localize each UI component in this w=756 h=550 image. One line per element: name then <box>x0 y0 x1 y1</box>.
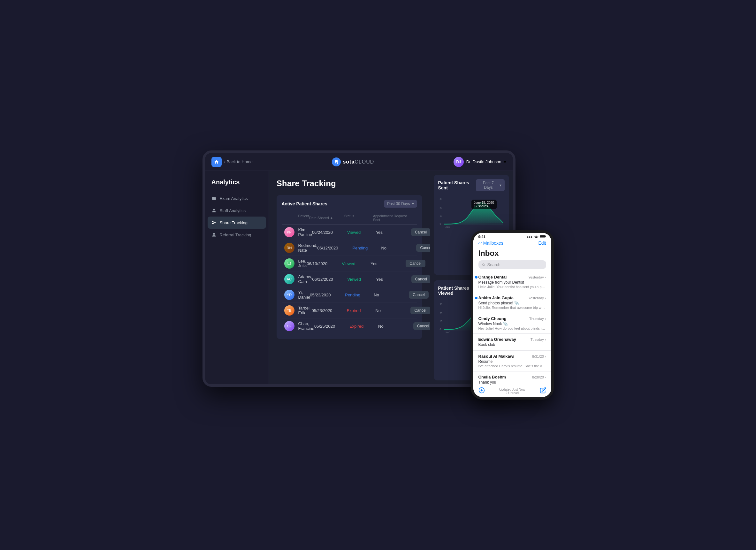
page-title: Share Tracking <box>277 179 422 188</box>
email-header: Edwina Greenaway Tuesday › <box>478 337 546 342</box>
sidebar-item-label: Exam Analytics <box>220 196 248 201</box>
email-header: Ankita Jain Gupta Yesterday › <box>478 295 546 300</box>
email-item[interactable]: Ankita Jain Gupta Yesterday › Send photo… <box>473 292 551 313</box>
cancel-cell: Cancel <box>413 322 430 330</box>
patient-avatar: LJ <box>284 258 298 269</box>
email-item[interactable]: Rasoul Al Malkawi 8/31/20 › Resume I've … <box>473 351 551 371</box>
battery-icon <box>540 235 546 239</box>
compose-button[interactable] <box>540 387 546 395</box>
sidebar-title: Analytics <box>205 179 269 192</box>
table-row: YD Yi, Daniel 05/23/2020 Pending No Canc… <box>282 287 417 303</box>
svg-text:0: 0 <box>439 222 441 225</box>
cancel-button[interactable]: Cancel <box>410 307 430 314</box>
sidebar: Analytics Exam Analytics Staff Analytics <box>205 171 269 384</box>
card-title: Active Patient Shares <box>282 201 327 206</box>
appt-request: Yes <box>376 277 411 282</box>
back-to-home-link[interactable]: ‹ Back to Home <box>224 159 253 164</box>
email-subject: Window Nook 📎 <box>478 322 546 326</box>
search-input[interactable]: Search <box>478 260 546 269</box>
chart-tooltip: June 15, 2020 12 shares <box>471 200 497 209</box>
email-date: Tuesday › <box>531 338 546 341</box>
sidebar-item-staff-analytics[interactable]: Staff Analytics <box>205 204 269 217</box>
search-bar: Search <box>473 260 551 271</box>
main-layout: Analytics Exam Analytics Staff Analytics <box>205 171 513 384</box>
avatar-img: KP <box>284 227 294 237</box>
patient-avatar: CF <box>284 321 298 331</box>
th-appt: Appointment Request Sent <box>373 214 408 222</box>
tooth-icon <box>334 159 339 164</box>
scene: ‹ Back to Home sotaCLOUD DJ Dr. Dustin J… <box>202 150 554 400</box>
email-date: Yesterday › <box>528 296 546 300</box>
svg-text:20: 20 <box>439 312 442 315</box>
content-area: Share Tracking Active Patient Shares Pas… <box>269 171 430 384</box>
svg-text:30: 30 <box>439 197 442 201</box>
chart-header: Patient Shares Sent Past 7 Days ▾ <box>438 179 505 191</box>
patient-avatar: RN <box>284 243 298 253</box>
status-badge: Viewed <box>342 261 370 266</box>
patient-avatar: YD <box>284 290 298 300</box>
status-badge: Pending <box>352 246 381 250</box>
cancel-button[interactable]: Cancel <box>413 322 430 330</box>
active-shares-card: Active Patient Shares Past 30 Days ▾ Pat… <box>277 195 422 339</box>
email-date: Thursday › <box>529 317 546 321</box>
unread-dot <box>475 297 477 299</box>
email-subject: Message from your Dentist <box>478 280 546 285</box>
appt-request: Yes <box>370 261 406 266</box>
appt-request: No <box>378 324 413 329</box>
sidebar-item-exam-analytics[interactable]: Exam Analytics <box>205 192 269 204</box>
cancel-button[interactable]: Cancel <box>416 244 430 252</box>
cancel-button[interactable]: Cancel <box>409 291 428 299</box>
cancel-button[interactable]: Cancel <box>411 228 430 236</box>
date-shared: 06/12/2020 <box>312 277 347 282</box>
email-item[interactable]: Cindy Cheung Thursday › Window Nook 📎 He… <box>473 313 551 334</box>
email-date: 8/28/20 › <box>532 375 546 379</box>
status-badge: Pending <box>345 293 374 297</box>
user-menu[interactable]: DJ Dr. Dustin Johnson ▾ <box>454 157 507 167</box>
status-badge: Expired <box>349 324 378 329</box>
inbox-title: Inbox <box>473 248 551 260</box>
table-row: RN Redmond, Nate 06/12/2020 Pending No C… <box>282 240 417 256</box>
table-row: AC Adams, Cam 06/12/2020 Viewed Yes Canc… <box>282 271 417 287</box>
svg-text:Jun 1: Jun 1 <box>445 225 450 228</box>
table-header: Patient Date Shared ▲ Status Appointment… <box>282 213 417 225</box>
svg-rect-15 <box>540 235 545 237</box>
appt-request: Yes <box>376 230 411 235</box>
svg-rect-14 <box>546 236 546 237</box>
cancel-cell: Cancel <box>406 260 430 267</box>
cancel-button[interactable]: Cancel <box>411 275 430 283</box>
cancel-cell: Cancel <box>416 244 430 252</box>
appt-request: No <box>374 293 409 297</box>
referral-icon <box>211 232 217 237</box>
user-name: Dr. Dustin Johnson <box>466 159 501 164</box>
patient-avatar: KP <box>284 227 298 237</box>
chart-title: Patient Shares Sent <box>438 180 476 190</box>
email-header: Rasoul Al Malkawi 8/31/20 › <box>478 354 546 359</box>
sent-filter-button[interactable]: Past 7 Days ▾ <box>476 179 504 191</box>
home-button[interactable] <box>211 157 222 167</box>
mailboxes-link[interactable]: ‹ ‹ Mailboxes <box>478 241 503 246</box>
sidebar-item-referral-tracking[interactable]: Referral Tracking <box>205 229 269 241</box>
patient-name: Kim, Pauline <box>298 227 312 237</box>
sidebar-item-label: Share Tracking <box>220 220 248 225</box>
table-row: CF Chao, Francine 05/25/2020 Expired No … <box>282 318 417 334</box>
cancel-button[interactable]: Cancel <box>406 260 425 267</box>
compose-icon[interactable] <box>478 387 485 395</box>
user-chevron-icon: ▾ <box>504 159 506 165</box>
email-header: Orange Dental Yesterday › <box>478 275 546 279</box>
filter-button[interactable]: Past 30 Days ▾ <box>384 200 417 208</box>
avatar-img: TE <box>284 305 294 316</box>
email-item[interactable]: Orange Dental Yesterday › Message from y… <box>473 271 551 292</box>
sidebar-item-share-tracking[interactable]: Share Tracking <box>208 217 266 229</box>
avatar-img: YD <box>284 290 294 300</box>
appt-request: No <box>381 246 416 250</box>
email-item[interactable]: Edwina Greenaway Tuesday › Book club <box>473 334 551 351</box>
email-list: Orange Dental Yesterday › Message from y… <box>473 271 551 385</box>
mailboxes-label: ‹ Mailboxes <box>480 241 503 246</box>
date-shared: 05/25/2020 <box>314 324 349 329</box>
email-item[interactable]: Chella Boehm 8/28/20 › Thank you <box>473 371 551 385</box>
email-subject: Thank you <box>478 380 546 385</box>
folder-icon <box>211 196 217 201</box>
edit-button[interactable]: Edit <box>538 241 546 246</box>
table-row: LJ Lee, Julia 06/13/2020 Viewed Yes Canc… <box>282 256 417 271</box>
th-date-shared[interactable]: Date Shared ▲ <box>309 214 344 222</box>
